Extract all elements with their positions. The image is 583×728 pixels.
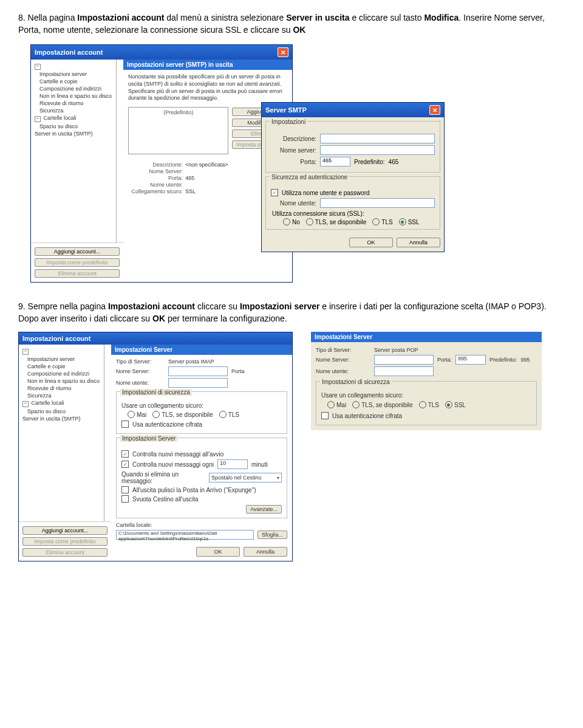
smtp-security-group: Sicurezza ed autenticazione ✓ Utilizza n… — [265, 176, 440, 230]
check-interval-input[interactable]: 10 — [217, 459, 248, 469]
set-default-button[interactable]: Imposta come predefinito — [22, 537, 107, 546]
radio-tls[interactable] — [219, 411, 227, 418]
smtp-description: Nonostante sia possibile specificare più… — [128, 74, 287, 102]
delete-action-select[interactable]: Spostalo nel Cestino — [209, 473, 282, 482]
advanced-button[interactable]: Avanzate... — [246, 505, 282, 513]
radio-ssl[interactable] — [399, 218, 406, 225]
sidebar-item-security[interactable]: Sicurezza — [31, 107, 116, 114]
pop-servername-input[interactable] — [374, 355, 434, 365]
sidebar-item-disk-space[interactable]: Spazio su disco — [31, 123, 116, 130]
step8-screenshots: Impostazioni account ✕ − Impostazioni se… — [30, 44, 565, 283]
step9-num: 9. — [18, 301, 26, 311]
pop-panel-header: Impostazioni Server — [311, 332, 542, 342]
pop-panel-fragment: Impostazioni Server Tipo di Server:Serve… — [311, 332, 542, 430]
sidebar-item-smtp[interactable]: Server in uscita (SMTP) — [19, 415, 104, 422]
radio-ssl[interactable] — [445, 401, 452, 408]
imap-panel-header: Impostazioni Server — [111, 345, 292, 355]
imap-server-group: Impostazioni Server ✓Controlla nuovi mes… — [116, 438, 287, 518]
collapse-icon[interactable]: − — [35, 64, 41, 70]
sidebar-item-composition[interactable]: Composizione ed indirizzi — [19, 370, 104, 377]
imap-servername-input[interactable] — [168, 366, 228, 376]
smtp-dialog: Server SMTP ✕ Impostazioni Descrizione: … — [261, 102, 445, 252]
sidebar-item-folders[interactable]: Cartelle e copie — [31, 78, 116, 85]
step8-text: 8. Nella pagina Impostazioni account dal… — [18, 12, 565, 36]
account-sidebar-column: − Impostazioni server Cartelle e copie C… — [31, 60, 123, 282]
sidebar-item-local-folders[interactable]: − Cartelle locali — [19, 399, 104, 408]
sidebar-item-receipts[interactable]: Ricevute di ritorno — [31, 100, 116, 107]
step8-num: 8. — [18, 13, 26, 22]
check-startup-checkbox[interactable]: ✓ — [121, 450, 129, 458]
radio-tls-avail[interactable] — [306, 218, 313, 225]
check-interval-checkbox[interactable]: ✓ — [121, 461, 129, 468]
radio-mai[interactable] — [327, 401, 335, 408]
cifrata-checkbox[interactable] — [321, 412, 329, 419]
imap-titlebar: Impostazioni account — [19, 332, 292, 345]
cancel-button[interactable]: Annulla — [397, 238, 440, 247]
set-default-button[interactable]: Imposta come predefinito — [35, 258, 120, 267]
remove-account-button[interactable]: Elimina account — [35, 269, 120, 278]
sidebar-item-folders[interactable]: Cartelle e copie — [19, 363, 104, 370]
account-settings-window: Impostazioni account ✕ − Impostazioni se… — [30, 44, 293, 283]
use-auth-checkbox[interactable]: ✓ — [271, 189, 278, 196]
close-icon[interactable]: ✕ — [429, 105, 440, 115]
smtp-servername-input[interactable] — [320, 145, 435, 155]
sidebar-item-receipts[interactable]: Ricevute di ritorno — [19, 385, 104, 392]
sidebar-footer: Aggiungi account... Imposta come predefi… — [31, 242, 123, 282]
ok-button[interactable]: OK — [196, 547, 240, 557]
smtp-panel-header: Impostazioni server (SMTP) in uscita — [123, 60, 292, 70]
pop-port-input[interactable]: 995 — [455, 355, 486, 365]
smtp-description-input[interactable] — [320, 134, 435, 143]
remove-account-button[interactable]: Elimina account — [22, 548, 107, 557]
step9-screenshots: Impostazioni account − Impostazioni serv… — [18, 332, 565, 561]
tree-root[interactable]: − — [31, 62, 116, 70]
window-titlebar: Impostazioni account ✕ — [31, 45, 292, 60]
sidebar-item-offline[interactable]: Non in linea e spazio su disco — [31, 92, 116, 100]
sidebar-item-local-folders[interactable]: − Cartelle locali — [31, 114, 116, 123]
collapse-icon[interactable]: − — [22, 349, 29, 355]
smtp-username-input[interactable] — [320, 198, 435, 208]
radio-no[interactable] — [283, 218, 290, 225]
sidebar-item-security[interactable]: Sicurezza — [19, 392, 104, 399]
radio-tls-avail[interactable] — [352, 401, 360, 408]
radio-tls[interactable] — [372, 218, 380, 225]
sidebar-item-offline[interactable]: Non in linea e spazio su disco — [19, 377, 104, 385]
imap-panel: Impostazioni Server Tipo di Server:Serve… — [111, 345, 292, 561]
tree-root[interactable]: − — [19, 347, 104, 355]
add-account-button[interactable]: Aggiungi account... — [22, 526, 107, 535]
cifrata-checkbox[interactable] — [121, 421, 129, 428]
smtp-dialog-titlebar: Server SMTP ✕ — [262, 103, 444, 117]
sidebar-item-smtp[interactable]: Server in uscita (SMTP) — [31, 130, 116, 137]
smtp-server-list[interactable]: (Predefinito) — [128, 107, 228, 154]
close-icon[interactable]: ✕ — [278, 47, 288, 57]
radio-tls-avail[interactable] — [152, 411, 160, 418]
smtp-ssl-radios: No TLS, se disponibile TLS SSL — [283, 218, 435, 225]
cancel-button[interactable]: Annulla — [244, 547, 287, 557]
imap-username-input[interactable] — [168, 378, 228, 388]
expunge-checkbox[interactable] — [121, 486, 129, 493]
sidebar-item-server-settings[interactable]: Impostazioni server — [19, 355, 104, 363]
smtp-dialog-footer: OK Annulla — [262, 233, 444, 252]
imap-sidebar-col: − Impostazioni server Cartelle e copie C… — [19, 345, 111, 561]
collapse-icon[interactable]: − — [35, 116, 41, 122]
smtp-port-input[interactable]: 465 — [320, 157, 350, 167]
pop-security-group: Impostazioni di sicurezza Usare un colle… — [316, 381, 537, 425]
imap-sidebar: − Impostazioni server Cartelle e copie C… — [19, 345, 104, 521]
step9-text: 9. Sempre nella pagina Impostazioni acco… — [18, 301, 565, 325]
window-title: Impostazioni account — [35, 49, 103, 56]
browse-button[interactable]: Sfoglia... — [257, 531, 287, 539]
smtp-settings-group: Impostazioni Descrizione: Nome server: P… — [265, 121, 440, 173]
imap-security-group: Impostazioni di sicurezza Usare un colle… — [116, 391, 287, 434]
empty-trash-checkbox[interactable] — [121, 495, 129, 503]
sidebar-item-disk-space[interactable]: Spazio su disco — [19, 408, 104, 415]
radio-tls[interactable] — [419, 401, 426, 408]
collapse-icon[interactable]: − — [22, 401, 29, 407]
add-account-button[interactable]: Aggiungi account... — [35, 247, 120, 256]
ok-button[interactable]: OK — [349, 238, 393, 247]
pop-username-input[interactable] — [374, 366, 434, 376]
imap-sidebar-footer: Aggiungi account... Imposta come predefi… — [19, 521, 111, 561]
sidebar-item-server-settings[interactable]: Impostazioni server — [31, 70, 116, 78]
smtp-dialog-title: Server SMTP — [265, 106, 307, 114]
sidebar-item-composition[interactable]: Composizione ed indirizzi — [31, 85, 116, 92]
radio-mai[interactable] — [128, 411, 135, 418]
local-folder-input[interactable]: C:\Documents and Settings\massimiliano\D… — [116, 530, 254, 540]
